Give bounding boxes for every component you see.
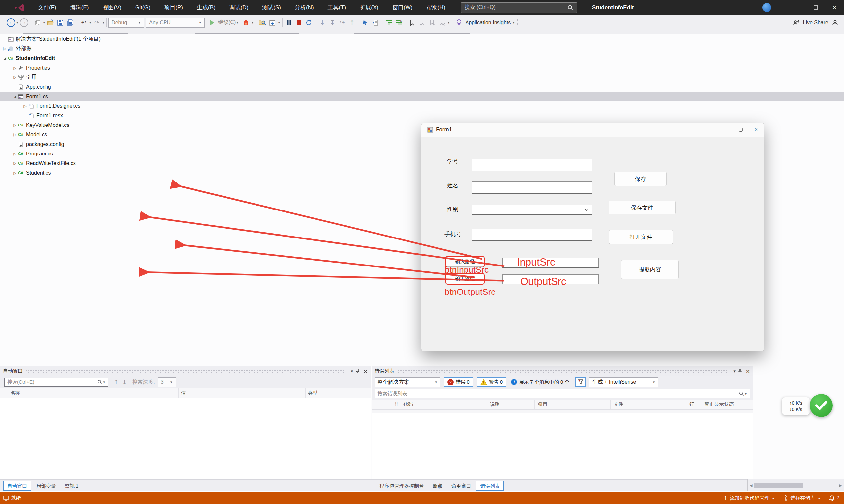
- close-icon[interactable]: ×: [363, 367, 368, 375]
- live-share-label[interactable]: Live Share: [803, 20, 828, 26]
- quick-search-box[interactable]: 搜索 (Ctrl+Q): [461, 2, 577, 13]
- next-bookmark-icon[interactable]: [428, 18, 436, 27]
- output-path-button[interactable]: 输出路径: [446, 274, 484, 284]
- student-id-input[interactable]: [472, 159, 592, 171]
- continue-button-label[interactable]: 继续(C): [218, 19, 236, 26]
- form1-title-bar[interactable]: Form1 — ×: [421, 123, 764, 137]
- toolbar-grip[interactable]: [3, 19, 5, 27]
- tab-breakpoints[interactable]: 断点: [429, 481, 446, 490]
- tree-chevron-icon[interactable]: ▷: [12, 75, 17, 80]
- undo-icon[interactable]: ↶: [80, 18, 88, 27]
- tree-item[interactable]: ▷引用: [0, 72, 844, 82]
- form-minimize-button[interactable]: —: [718, 124, 733, 136]
- solution-platform-dropdown[interactable]: Any CPU▾: [146, 18, 205, 28]
- redo-icon[interactable]: ↷: [93, 18, 101, 27]
- tab-watch[interactable]: 监视 1: [61, 481, 82, 490]
- tree-item[interactable]: ◢C#StudentInfoEdit: [0, 53, 844, 63]
- green-check-overlay[interactable]: [810, 394, 833, 417]
- open-file-button[interactable]: 打开文件: [608, 230, 673, 244]
- navigate-back-button[interactable]: ←: [6, 18, 15, 27]
- panel-menu-caret[interactable]: ▾: [733, 368, 736, 374]
- error-source-dropdown[interactable]: 生成 + IntelliSense▾: [589, 377, 658, 387]
- step-over-icon[interactable]: ↧: [328, 18, 337, 27]
- tab-command-window[interactable]: 命令窗口: [448, 481, 475, 490]
- restart-icon[interactable]: [305, 18, 313, 27]
- autos-search-box[interactable]: 搜索(Ctrl+E) ▾: [4, 378, 108, 387]
- undo-dropdown[interactable]: ▾: [89, 20, 91, 25]
- toggle-bookmark-icon[interactable]: [408, 18, 417, 27]
- tree-item[interactable]: Form1.resx: [0, 111, 844, 120]
- clear-bookmarks-icon[interactable]: [438, 18, 446, 27]
- show-next-statement-icon[interactable]: ↑: [348, 18, 356, 27]
- close-button[interactable]: ×: [825, 0, 844, 15]
- notifications-bell-button[interactable]: 2: [829, 495, 839, 501]
- filter-button[interactable]: [575, 377, 586, 387]
- tab-package-manager-console[interactable]: 程序包管理器控制台: [376, 481, 428, 490]
- format-document-icon[interactable]: [385, 18, 393, 27]
- tree-chevron-icon[interactable]: ▷: [2, 47, 7, 51]
- format-selection-icon[interactable]: 9: [395, 18, 403, 27]
- tab-error-list[interactable]: 错误列表: [476, 481, 504, 491]
- tree-chevron-icon[interactable]: ▷: [12, 132, 17, 137]
- bookmark-dropdown[interactable]: ▾: [448, 20, 450, 25]
- toolbar-grip[interactable]: [517, 19, 518, 27]
- maximize-button[interactable]: [806, 0, 825, 15]
- break-all-icon[interactable]: [285, 18, 293, 27]
- continue-debug-icon[interactable]: [209, 18, 217, 27]
- toolbar-grip[interactable]: [451, 19, 453, 27]
- tab-locals[interactable]: 局部变量: [32, 481, 59, 490]
- menu-item[interactable]: 视图(V): [96, 4, 128, 11]
- save-icon[interactable]: [56, 18, 65, 27]
- name-input[interactable]: [472, 181, 592, 194]
- menu-item[interactable]: 生成(B): [190, 4, 223, 11]
- extract-content-button[interactable]: 提取内容: [621, 260, 679, 279]
- new-project-dropdown[interactable]: ▾: [43, 20, 45, 25]
- search-down-icon[interactable]: ↓: [122, 379, 127, 386]
- document-outline-icon[interactable]: [371, 18, 380, 27]
- add-to-source-control-button[interactable]: ↑ 添加到源代码管理 ▲: [723, 495, 775, 501]
- menu-item[interactable]: 编辑(E): [63, 4, 96, 11]
- window-dropdown[interactable]: ▾: [278, 20, 280, 25]
- menu-item[interactable]: 帮助(H): [419, 4, 452, 11]
- error-search-box[interactable]: 搜索错误列表 ▾: [375, 389, 751, 398]
- feedback-icon[interactable]: [831, 18, 839, 27]
- close-icon[interactable]: ×: [745, 367, 751, 375]
- step-out-icon[interactable]: ↷: [338, 18, 346, 27]
- save-file-button[interactable]: 保存文件: [608, 201, 675, 214]
- menu-item[interactable]: 项目(P): [157, 4, 190, 11]
- tree-item[interactable]: App.config: [0, 82, 844, 92]
- tree-item[interactable]: ▷Form1.Designer.cs: [0, 101, 844, 111]
- solution-horizontal-scrollbar[interactable]: ◀ ▶: [747, 479, 844, 491]
- hot-reload-icon[interactable]: [242, 18, 250, 27]
- form-close-button[interactable]: ×: [748, 124, 764, 136]
- tree-item[interactable]: ◢Form1.cs: [0, 92, 844, 101]
- autos-body[interactable]: [0, 398, 371, 479]
- search-depth-dropdown[interactable]: 3▾: [158, 377, 176, 387]
- tree-chevron-icon[interactable]: ▷: [12, 123, 17, 127]
- menu-item[interactable]: 窗口(W): [385, 4, 419, 11]
- tree-chevron-icon[interactable]: ◢: [2, 56, 7, 60]
- tree-item[interactable]: ∞解决方案"StudentInfoEdit"(1 个项目): [0, 34, 844, 44]
- solution-configuration-dropdown[interactable]: Debug▾: [108, 18, 144, 28]
- account-avatar[interactable]: [762, 3, 771, 12]
- open-folder-icon[interactable]: [46, 18, 55, 27]
- tree-item[interactable]: ▷外部源: [0, 44, 844, 53]
- navigate-forward-button[interactable]: →: [20, 18, 28, 27]
- new-project-icon[interactable]: [33, 18, 42, 27]
- gender-combobox[interactable]: [472, 205, 592, 215]
- menu-item[interactable]: Git(G): [128, 4, 157, 11]
- save-button[interactable]: 保存: [614, 172, 667, 186]
- step-into-icon[interactable]: ↓: [318, 18, 327, 27]
- code-navigate-icon[interactable]: [361, 18, 370, 27]
- pin-icon[interactable]: [738, 368, 742, 374]
- tree-chevron-icon[interactable]: ▷: [12, 170, 17, 175]
- form-maximize-button[interactable]: [733, 124, 748, 136]
- errors-toggle-button[interactable]: × 错误 0: [444, 377, 473, 387]
- show-window-icon[interactable]: [268, 18, 277, 27]
- find-in-files-icon[interactable]: [258, 18, 267, 27]
- live-share-icon[interactable]: [792, 18, 800, 27]
- navigate-back-dropdown[interactable]: ▾: [16, 20, 18, 25]
- select-repository-button[interactable]: 选择存储库 ▲: [783, 495, 821, 501]
- minimize-button[interactable]: —: [788, 0, 806, 15]
- menu-item[interactable]: 工具(T): [321, 4, 353, 11]
